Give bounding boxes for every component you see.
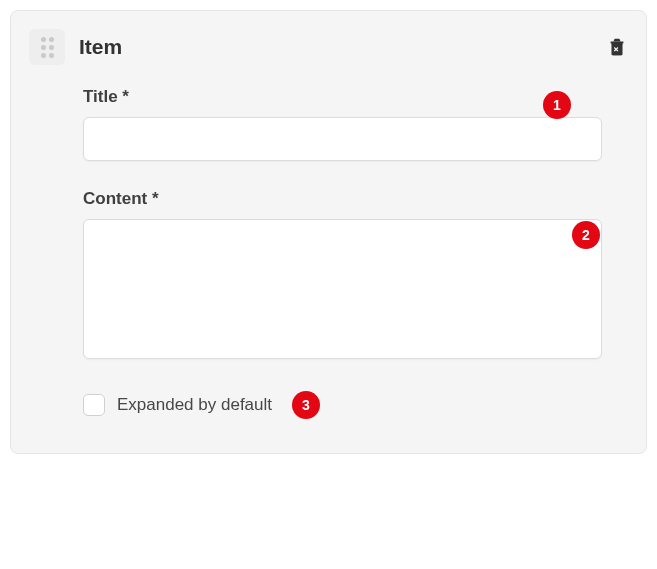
title-input[interactable] (83, 117, 602, 161)
title-label: Title * (83, 87, 602, 107)
item-header: Item (29, 29, 628, 65)
annotation-badge-1: 1 (543, 91, 571, 119)
content-field-block: Content * (83, 189, 602, 363)
drag-icon (41, 37, 54, 58)
annotation-badge-2: 2 (572, 221, 600, 249)
svg-rect-1 (611, 42, 624, 44)
expanded-label: Expanded by default (117, 395, 272, 415)
annotation-badge-3: 3 (292, 391, 320, 419)
expanded-checkbox[interactable] (83, 394, 105, 416)
drag-handle[interactable] (29, 29, 65, 65)
expanded-checkbox-row: Expanded by default 3 (83, 391, 628, 419)
delete-button[interactable] (606, 36, 628, 58)
content-label: Content * (83, 189, 602, 209)
item-card: Item 1 2 Title * Content * Expanded by d… (10, 10, 647, 454)
content-textarea[interactable] (83, 219, 602, 359)
trash-icon (606, 36, 628, 58)
item-heading: Item (79, 35, 606, 59)
title-field-block: Title * (83, 87, 602, 161)
svg-rect-2 (614, 39, 620, 41)
